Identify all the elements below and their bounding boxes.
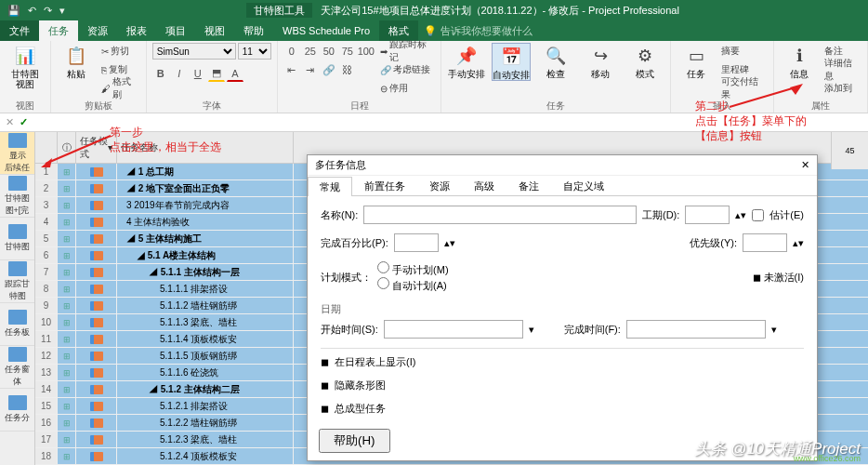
contextual-tool-label: 甘特图工具 bbox=[246, 3, 312, 18]
view-bar-item[interactable]: 甘特图 bbox=[0, 218, 34, 260]
inspect-icon: 🔍 bbox=[545, 45, 567, 67]
duration-spinner[interactable]: ▴▾ bbox=[735, 209, 746, 221]
pct0-button[interactable]: 0 bbox=[283, 43, 300, 60]
start-dropdown-icon[interactable]: ▾ bbox=[529, 324, 534, 336]
unlink-button[interactable]: ⛓ bbox=[339, 61, 356, 78]
priority-label: 优先级(Y): bbox=[690, 236, 737, 250]
finish-field[interactable] bbox=[626, 320, 766, 339]
view-bar-item[interactable]: 任务板 bbox=[0, 303, 34, 346]
inactivate-button[interactable]: ⊖ 停用 bbox=[380, 80, 436, 97]
pct-field[interactable] bbox=[394, 233, 439, 252]
tab-help[interactable]: 帮助 bbox=[234, 20, 273, 41]
link-button[interactable]: 🔗 bbox=[321, 61, 337, 78]
group-label-view: 视图 bbox=[6, 100, 45, 113]
close-icon[interactable]: ✕ bbox=[801, 159, 809, 171]
insert-task-button[interactable]: ▭任务 bbox=[677, 43, 716, 79]
dtab-general[interactable]: 常规 bbox=[308, 177, 352, 196]
multi-task-info-dialog: 多任务信息 ✕ 常规 前置任务 资源 高级 备注 自定义域 名称(N): 工期(… bbox=[307, 154, 818, 461]
summary-button[interactable]: 摘要 bbox=[721, 43, 768, 60]
hide-bar-checkbox[interactable]: ◼ bbox=[321, 379, 329, 392]
pct75-button[interactable]: 75 bbox=[339, 43, 356, 60]
details-button[interactable]: 详细信息 bbox=[824, 61, 861, 78]
start-label: 开始时间(S): bbox=[321, 323, 378, 337]
estimate-checkbox[interactable] bbox=[752, 209, 764, 221]
qat-more-icon[interactable]: ▾ bbox=[59, 5, 65, 17]
paste-icon: 📋 bbox=[65, 45, 87, 67]
mode-button[interactable]: ⚙模式 bbox=[625, 43, 664, 79]
info-icon: ℹ bbox=[788, 45, 810, 67]
auto-schedule-button[interactable]: 📅自动安排 bbox=[492, 43, 531, 81]
view-bar-item[interactable]: 显示 后续任 bbox=[0, 132, 34, 175]
save-icon[interactable]: 💾 bbox=[7, 5, 20, 17]
mark-ontrack-button[interactable]: ➡ 跟踪时标记 bbox=[380, 43, 436, 60]
redo-icon[interactable]: ↷ bbox=[44, 5, 52, 17]
inactive-indicator[interactable]: ◼ 未激活(I) bbox=[753, 271, 804, 285]
auto-radio[interactable] bbox=[377, 277, 389, 289]
tab-report[interactable]: 报表 bbox=[117, 20, 156, 41]
start-field[interactable] bbox=[384, 320, 523, 339]
cut-button[interactable]: ✂ 剪切 bbox=[101, 43, 140, 60]
titlebar: 💾 ↶ ↷ ▾ 甘特图工具 天津公司15#地项目总体进度计划（2018.11.2… bbox=[0, 0, 868, 20]
rollup-checkbox[interactable]: ◼ bbox=[321, 403, 329, 415]
pin-icon: 📌 bbox=[455, 45, 478, 67]
font-size-select[interactable]: 11 bbox=[238, 43, 271, 60]
cancel-icon[interactable]: ✕ bbox=[6, 116, 14, 128]
tab-resource[interactable]: 资源 bbox=[78, 20, 117, 41]
pct-spinner[interactable]: ▴▾ bbox=[444, 237, 455, 249]
duration-field[interactable] bbox=[685, 206, 730, 224]
italic-button[interactable]: I bbox=[171, 65, 188, 82]
bold-button[interactable]: B bbox=[152, 65, 169, 82]
gantt-icon: 📊 bbox=[14, 45, 36, 67]
pct100-button[interactable]: 100 bbox=[358, 43, 375, 60]
add-to-timeline-button[interactable]: 添加到 bbox=[824, 80, 861, 97]
view-bar-item[interactable]: 跟踪甘 特图 bbox=[0, 260, 34, 303]
priority-field[interactable] bbox=[743, 233, 787, 252]
indent-button[interactable]: ⇥ bbox=[302, 61, 319, 78]
move-button[interactable]: ↪移动 bbox=[581, 43, 620, 79]
confirm-icon[interactable]: ✓ bbox=[20, 116, 28, 128]
tab-wbs[interactable]: WBS Schedule Pro bbox=[273, 20, 379, 41]
information-button[interactable]: ℹ信息 bbox=[780, 43, 819, 79]
priority-spinner[interactable]: ▴▾ bbox=[793, 237, 804, 249]
dtab-resources[interactable]: 资源 bbox=[417, 176, 462, 195]
pct25-button[interactable]: 25 bbox=[302, 43, 319, 60]
move-icon: ↪ bbox=[589, 45, 612, 67]
view-bar-item[interactable]: 任务分 bbox=[0, 389, 34, 432]
paste-button[interactable]: 📋粘贴 bbox=[57, 43, 96, 79]
gantt-timescale-fragment: 45 bbox=[831, 132, 868, 169]
tell-me-search[interactable]: 💡 告诉我你想要做什么 bbox=[424, 20, 533, 41]
gantt-view-button[interactable]: 📊甘特图 视图 bbox=[6, 43, 45, 89]
tab-project[interactable]: 项目 bbox=[156, 20, 195, 41]
respect-links-button[interactable]: 🔗 考虑链接 bbox=[380, 61, 436, 78]
inspect-button[interactable]: 🔍检查 bbox=[536, 43, 575, 79]
group-label-clipboard: 剪贴板 bbox=[57, 100, 140, 113]
tab-view[interactable]: 视图 bbox=[195, 20, 234, 41]
help-button[interactable]: 帮助(H) bbox=[319, 429, 390, 453]
svg-marker-1 bbox=[41, 158, 52, 167]
finish-dropdown-icon[interactable]: ▾ bbox=[771, 324, 777, 336]
name-field[interactable] bbox=[363, 206, 637, 224]
underline-button[interactable]: U bbox=[190, 65, 206, 82]
undo-icon[interactable]: ↶ bbox=[28, 5, 36, 17]
tab-file[interactable]: 文件 bbox=[0, 20, 39, 41]
document-title: 天津公司15#地项目总体进度计划（2018.11.22）- 修改后 - Proj… bbox=[321, 5, 679, 16]
font-name-select[interactable]: SimSun bbox=[152, 43, 236, 60]
fill-color-button[interactable]: ⬒ bbox=[208, 65, 225, 82]
dtab-notes[interactable]: 备注 bbox=[506, 176, 551, 195]
group-label-tasks: 任务 bbox=[447, 100, 664, 113]
view-bar-item[interactable]: 甘特图 图+[完 bbox=[0, 175, 34, 218]
dialog-tabs: 常规 前置任务 资源 高级 备注 自定义域 bbox=[308, 176, 817, 196]
outdent-button[interactable]: ⇤ bbox=[283, 61, 300, 78]
view-bar-item[interactable]: 任务窗 体 bbox=[0, 346, 34, 389]
font-color-button[interactable]: A bbox=[227, 65, 243, 82]
dtab-predecessors[interactable]: 前置任务 bbox=[352, 176, 417, 195]
format-painter-button[interactable]: 🖌 格式刷 bbox=[101, 80, 140, 97]
dtab-custom[interactable]: 自定义域 bbox=[551, 176, 616, 195]
tab-task[interactable]: 任务 bbox=[39, 20, 78, 41]
dtab-advanced[interactable]: 高级 bbox=[462, 176, 506, 195]
show-timeline-checkbox[interactable]: ◼ bbox=[321, 356, 329, 368]
manual-radio[interactable] bbox=[377, 261, 389, 273]
pct50-button[interactable]: 50 bbox=[321, 43, 337, 60]
view-bar: 显示 后续任甘特图 图+[完甘特图跟踪甘 特图任务板任务窗 体任务分 bbox=[0, 132, 35, 465]
manual-schedule-button[interactable]: 📌手动安排 bbox=[447, 43, 486, 79]
